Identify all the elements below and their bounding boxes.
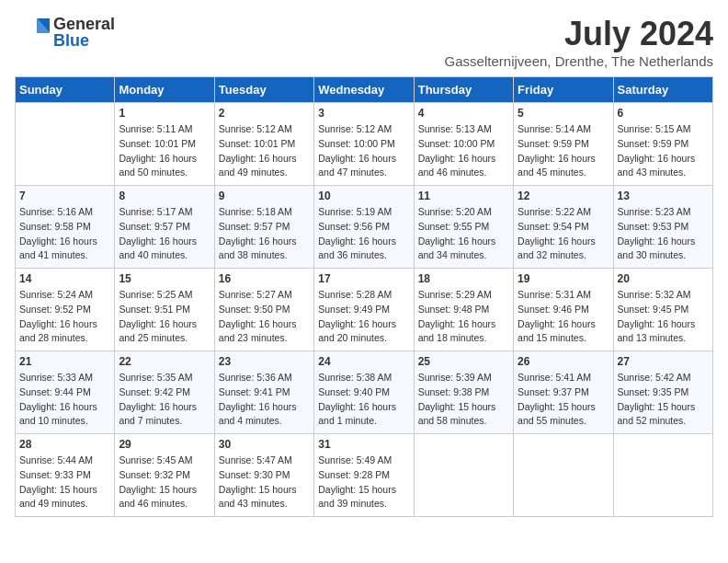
day-number: 20 bbox=[618, 272, 709, 285]
day-cell: 27Sunrise: 5:42 AM Sunset: 9:35 PM Dayli… bbox=[613, 351, 712, 434]
logo: General Blue bbox=[15, 15, 115, 50]
day-cell: 12Sunrise: 5:22 AM Sunset: 9:54 PM Dayli… bbox=[514, 186, 613, 269]
day-cell: 11Sunrise: 5:20 AM Sunset: 9:55 PM Dayli… bbox=[414, 186, 513, 269]
day-cell bbox=[613, 434, 712, 517]
day-cell: 1Sunrise: 5:11 AM Sunset: 10:01 PM Dayli… bbox=[115, 103, 214, 186]
day-number: 4 bbox=[418, 107, 509, 120]
day-number: 23 bbox=[219, 355, 310, 368]
logo-general: General bbox=[53, 16, 115, 32]
day-cell: 7Sunrise: 5:16 AM Sunset: 9:58 PM Daylig… bbox=[16, 186, 115, 269]
day-number: 12 bbox=[518, 190, 609, 202]
day-cell: 3Sunrise: 5:12 AM Sunset: 10:00 PM Dayli… bbox=[314, 103, 414, 186]
day-info: Sunrise: 5:35 AM Sunset: 9:42 PM Dayligh… bbox=[119, 371, 210, 429]
day-info: Sunrise: 5:22 AM Sunset: 9:54 PM Dayligh… bbox=[518, 205, 609, 263]
month-title: July 2024 bbox=[445, 15, 713, 53]
day-cell bbox=[514, 434, 613, 517]
day-cell: 14Sunrise: 5:24 AM Sunset: 9:52 PM Dayli… bbox=[16, 269, 115, 351]
day-cell bbox=[16, 103, 115, 186]
day-number: 31 bbox=[318, 438, 409, 451]
day-cell bbox=[414, 434, 513, 517]
header-cell-friday: Friday bbox=[514, 77, 613, 103]
day-cell: 17Sunrise: 5:28 AM Sunset: 9:49 PM Dayli… bbox=[314, 269, 414, 351]
day-info: Sunrise: 5:25 AM Sunset: 9:51 PM Dayligh… bbox=[119, 288, 210, 346]
day-cell: 30Sunrise: 5:47 AM Sunset: 9:30 PM Dayli… bbox=[214, 434, 313, 517]
day-number: 28 bbox=[19, 438, 110, 451]
day-cell: 19Sunrise: 5:31 AM Sunset: 9:46 PM Dayli… bbox=[514, 269, 613, 351]
day-number: 29 bbox=[119, 438, 210, 451]
day-cell: 21Sunrise: 5:33 AM Sunset: 9:44 PM Dayli… bbox=[16, 351, 115, 434]
day-number: 2 bbox=[219, 107, 310, 120]
header-cell-saturday: Saturday bbox=[613, 77, 712, 103]
day-info: Sunrise: 5:29 AM Sunset: 9:48 PM Dayligh… bbox=[418, 288, 509, 346]
header-cell-sunday: Sunday bbox=[16, 77, 115, 103]
day-cell: 29Sunrise: 5:45 AM Sunset: 9:32 PM Dayli… bbox=[115, 434, 214, 517]
day-info: Sunrise: 5:27 AM Sunset: 9:50 PM Dayligh… bbox=[219, 288, 310, 346]
logo-blue: Blue bbox=[53, 32, 115, 49]
day-number: 24 bbox=[318, 355, 409, 368]
header-cell-wednesday: Wednesday bbox=[314, 77, 414, 103]
day-info: Sunrise: 5:41 AM Sunset: 9:37 PM Dayligh… bbox=[518, 371, 609, 429]
day-cell: 9Sunrise: 5:18 AM Sunset: 9:57 PM Daylig… bbox=[214, 186, 313, 269]
day-cell: 2Sunrise: 5:12 AM Sunset: 10:01 PM Dayli… bbox=[214, 103, 313, 186]
day-cell: 20Sunrise: 5:32 AM Sunset: 9:45 PM Dayli… bbox=[613, 269, 712, 351]
logo-icon bbox=[15, 15, 50, 50]
calendar-header: SundayMondayTuesdayWednesdayThursdayFrid… bbox=[16, 77, 713, 103]
day-number: 21 bbox=[19, 355, 110, 368]
day-info: Sunrise: 5:47 AM Sunset: 9:30 PM Dayligh… bbox=[219, 454, 310, 511]
day-cell: 28Sunrise: 5:44 AM Sunset: 9:33 PM Dayli… bbox=[16, 434, 115, 517]
page-header: General Blue July 2024 Gasselternijveen,… bbox=[15, 15, 713, 69]
day-cell: 18Sunrise: 5:29 AM Sunset: 9:48 PM Dayli… bbox=[414, 269, 513, 351]
day-cell: 23Sunrise: 5:36 AM Sunset: 9:41 PM Dayli… bbox=[214, 351, 313, 434]
day-cell: 16Sunrise: 5:27 AM Sunset: 9:50 PM Dayli… bbox=[214, 269, 313, 351]
day-info: Sunrise: 5:24 AM Sunset: 9:52 PM Dayligh… bbox=[19, 288, 110, 346]
day-info: Sunrise: 5:31 AM Sunset: 9:46 PM Dayligh… bbox=[518, 288, 609, 346]
day-number: 17 bbox=[318, 272, 409, 285]
header-cell-monday: Monday bbox=[115, 77, 214, 103]
week-row-5: 28Sunrise: 5:44 AM Sunset: 9:33 PM Dayli… bbox=[16, 434, 713, 517]
day-number: 27 bbox=[618, 355, 709, 368]
day-cell: 15Sunrise: 5:25 AM Sunset: 9:51 PM Dayli… bbox=[115, 269, 214, 351]
day-cell: 6Sunrise: 5:15 AM Sunset: 9:59 PM Daylig… bbox=[613, 103, 712, 186]
day-info: Sunrise: 5:12 AM Sunset: 10:00 PM Daylig… bbox=[318, 122, 409, 180]
location-subtitle: Gasselternijveen, Drenthe, The Netherlan… bbox=[445, 53, 713, 69]
day-info: Sunrise: 5:32 AM Sunset: 9:45 PM Dayligh… bbox=[618, 288, 709, 346]
day-number: 30 bbox=[219, 438, 310, 451]
day-number: 9 bbox=[219, 190, 310, 202]
day-info: Sunrise: 5:14 AM Sunset: 9:59 PM Dayligh… bbox=[518, 122, 609, 180]
day-number: 25 bbox=[418, 355, 509, 368]
header-cell-tuesday: Tuesday bbox=[214, 77, 313, 103]
day-number: 19 bbox=[518, 272, 609, 285]
header-cell-thursday: Thursday bbox=[414, 77, 513, 103]
day-cell: 13Sunrise: 5:23 AM Sunset: 9:53 PM Dayli… bbox=[613, 186, 712, 269]
calendar-body: 1Sunrise: 5:11 AM Sunset: 10:01 PM Dayli… bbox=[16, 103, 713, 517]
day-number: 3 bbox=[318, 107, 409, 120]
day-cell: 25Sunrise: 5:39 AM Sunset: 9:38 PM Dayli… bbox=[414, 351, 513, 434]
day-cell: 10Sunrise: 5:19 AM Sunset: 9:56 PM Dayli… bbox=[314, 186, 414, 269]
day-cell: 8Sunrise: 5:17 AM Sunset: 9:57 PM Daylig… bbox=[115, 186, 214, 269]
day-info: Sunrise: 5:39 AM Sunset: 9:38 PM Dayligh… bbox=[418, 371, 509, 429]
day-number: 1 bbox=[119, 107, 210, 120]
day-info: Sunrise: 5:12 AM Sunset: 10:01 PM Daylig… bbox=[219, 122, 310, 180]
day-info: Sunrise: 5:36 AM Sunset: 9:41 PM Dayligh… bbox=[219, 371, 310, 429]
day-info: Sunrise: 5:42 AM Sunset: 9:35 PM Dayligh… bbox=[618, 371, 709, 429]
day-number: 8 bbox=[119, 190, 210, 202]
title-area: July 2024 Gasselternijveen, Drenthe, The… bbox=[445, 15, 713, 69]
day-number: 5 bbox=[518, 107, 609, 120]
week-row-3: 14Sunrise: 5:24 AM Sunset: 9:52 PM Dayli… bbox=[16, 269, 713, 351]
day-info: Sunrise: 5:17 AM Sunset: 9:57 PM Dayligh… bbox=[119, 205, 210, 263]
week-row-1: 1Sunrise: 5:11 AM Sunset: 10:01 PM Dayli… bbox=[16, 103, 713, 186]
day-info: Sunrise: 5:16 AM Sunset: 9:58 PM Dayligh… bbox=[19, 205, 110, 263]
day-number: 22 bbox=[119, 355, 210, 368]
day-info: Sunrise: 5:38 AM Sunset: 9:40 PM Dayligh… bbox=[318, 371, 409, 429]
header-row: SundayMondayTuesdayWednesdayThursdayFrid… bbox=[16, 77, 713, 103]
day-number: 26 bbox=[518, 355, 609, 368]
logo-text: General Blue bbox=[53, 16, 115, 49]
day-cell: 22Sunrise: 5:35 AM Sunset: 9:42 PM Dayli… bbox=[115, 351, 214, 434]
day-number: 16 bbox=[219, 272, 310, 285]
day-number: 11 bbox=[418, 190, 509, 202]
day-info: Sunrise: 5:33 AM Sunset: 9:44 PM Dayligh… bbox=[19, 371, 110, 429]
day-info: Sunrise: 5:23 AM Sunset: 9:53 PM Dayligh… bbox=[618, 205, 709, 263]
day-number: 18 bbox=[418, 272, 509, 285]
day-number: 7 bbox=[19, 190, 110, 202]
day-info: Sunrise: 5:45 AM Sunset: 9:32 PM Dayligh… bbox=[119, 454, 210, 511]
